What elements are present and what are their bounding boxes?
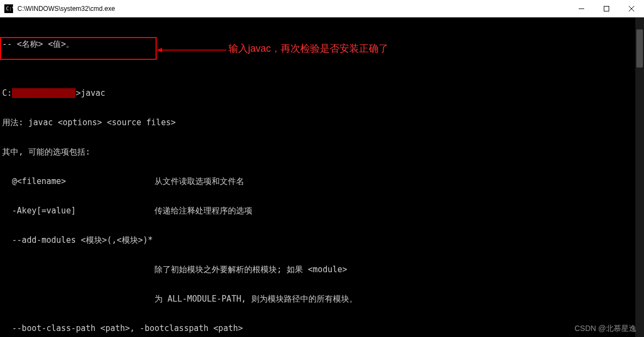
svg-rect-3 bbox=[604, 6, 609, 11]
terminal-line: -Akey[=value] 传递给注释处理程序的选项 bbox=[2, 206, 642, 216]
window-title: C:\WINDOWS\system32\cmd.exe bbox=[17, 5, 569, 13]
scrollbar-thumb[interactable] bbox=[636, 29, 643, 68]
window-controls bbox=[569, 0, 644, 17]
terminal-line: 除了初始模块之外要解析的根模块; 如果 <module> bbox=[2, 265, 642, 274]
cmd-window: C:\ C:\WINDOWS\system32\cmd.exe -- <名称> … bbox=[0, 0, 644, 337]
terminal-line: 为 ALL-MODULE-PATH, 则为模块路径中的所有模块。 bbox=[2, 294, 642, 304]
terminal-output[interactable]: -- <名称> <值>。 C:XXXXXXXXXXXXX>javac 用法: j… bbox=[0, 17, 644, 337]
terminal-line: @<filename> 从文件读取选项和文件名 bbox=[2, 176, 642, 186]
watermark: CSDN @北慕星逸 bbox=[574, 324, 636, 334]
terminal-line: --add-modules <模块>(,<模块>)* bbox=[2, 235, 642, 245]
svg-marker-7 bbox=[157, 48, 162, 52]
redacted-path: XXXXXXXXXXXXX bbox=[12, 88, 76, 98]
terminal-line: C:XXXXXXXXXXXXX>javac bbox=[2, 88, 642, 98]
cmd-icon: C:\ bbox=[4, 4, 13, 13]
annotation-arrow bbox=[157, 47, 226, 53]
terminal-line: --boot-class-path <path>, -bootclasspath… bbox=[2, 323, 642, 333]
titlebar[interactable]: C:\ C:\WINDOWS\system32\cmd.exe bbox=[0, 0, 644, 17]
terminal-line: 用法: javac <options> <source files> bbox=[2, 118, 642, 127]
maximize-button[interactable] bbox=[594, 0, 619, 17]
vertical-scrollbar[interactable] bbox=[635, 17, 644, 337]
terminal-line: 其中, 可能的选项包括: bbox=[2, 147, 642, 157]
terminal-line: -- <名称> <值>。 bbox=[2, 39, 642, 49]
close-button[interactable] bbox=[619, 0, 644, 17]
svg-text:C:\: C:\ bbox=[6, 6, 13, 11]
minimize-button[interactable] bbox=[569, 0, 594, 17]
